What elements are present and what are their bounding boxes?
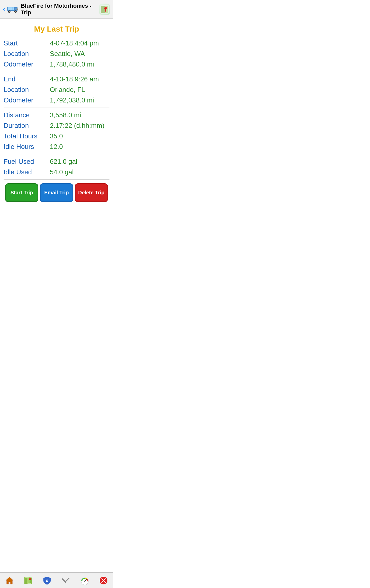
end-location-row: Location Orlando, FL: [4, 84, 109, 95]
header-map-button[interactable]: [99, 4, 110, 15]
distance-value: 3,558.0 mi: [50, 111, 109, 119]
start-location-row: Location Seattle, WA: [4, 49, 109, 59]
rv-icon: [7, 5, 19, 14]
idle-used-value: 54.0 gal: [50, 168, 109, 176]
start-odometer-row: Odometer 1,788,480.0 mi: [4, 59, 109, 70]
main-content: My Last Trip Start 4-07-18 4:04 pm Locat…: [0, 19, 113, 230]
start-odometer-value: 1,788,480.0 mi: [50, 60, 109, 68]
back-arrow[interactable]: ‹: [3, 6, 5, 13]
start-location-label: Location: [4, 50, 50, 58]
total-hours-value: 35.0: [50, 132, 109, 140]
idle-hours-value: 12.0: [50, 143, 109, 151]
end-section: End 4-10-18 9:26 am Location Orlando, FL…: [4, 72, 109, 108]
fuel-used-label: Fuel Used: [4, 158, 50, 166]
svg-point-12: [104, 7, 107, 10]
svg-rect-1: [8, 7, 12, 10]
duration-label: Duration: [4, 122, 50, 130]
stats-section: Distance 3,558.0 mi Duration 2.17:22 (d.…: [4, 108, 109, 154]
duration-row: Duration 2.17:22 (d.hh:mm): [4, 120, 109, 131]
start-row: Start 4-07-18 4:04 pm: [4, 38, 109, 49]
action-buttons: Start Trip Email Trip Delete Trip: [4, 180, 109, 205]
idle-used-label: Idle Used: [4, 168, 50, 176]
svg-point-7: [15, 11, 16, 12]
start-section: Start 4-07-18 4:04 pm Location Seattle, …: [4, 36, 109, 72]
start-label: Start: [4, 39, 50, 47]
end-row: End 4-10-18 9:26 am: [4, 74, 109, 84]
start-location-value: Seattle, WA: [50, 50, 109, 58]
idle-used-row: Idle Used 54.0 gal: [4, 167, 109, 177]
svg-rect-2: [13, 7, 15, 10]
header-left: ‹ BlueFire for Motorhomes - Trip: [3, 3, 99, 16]
idle-hours-row: Idle Hours 12.0: [4, 141, 109, 152]
end-value: 4-10-18 9:26 am: [50, 75, 109, 83]
end-location-value: Orlando, FL: [50, 86, 109, 94]
fuel-used-value: 621.0 gal: [50, 158, 109, 166]
section-title: My Last Trip: [4, 21, 109, 36]
end-odometer-label: Odometer: [4, 96, 50, 104]
start-trip-button[interactable]: Start Trip: [5, 183, 38, 202]
end-odometer-value: 1,792,038.0 mi: [50, 96, 109, 104]
end-odometer-row: Odometer 1,792,038.0 mi: [4, 95, 109, 106]
fuel-used-row: Fuel Used 621.0 gal: [4, 156, 109, 167]
duration-value: 2.17:22 (d.hh:mm): [50, 122, 109, 130]
total-hours-row: Total Hours 35.0: [4, 131, 109, 141]
distance-label: Distance: [4, 111, 50, 119]
app-header: ‹ BlueFire for Motorhomes - Trip: [0, 0, 113, 19]
svg-rect-3: [15, 8, 17, 10]
svg-rect-11: [101, 6, 105, 13]
distance-row: Distance 3,558.0 mi: [4, 110, 109, 120]
delete-trip-button[interactable]: Delete Trip: [75, 183, 108, 202]
start-value: 4-07-18 4:04 pm: [50, 39, 109, 47]
email-trip-button[interactable]: Email Trip: [40, 183, 73, 202]
total-hours-label: Total Hours: [4, 132, 50, 140]
end-label: End: [4, 75, 50, 83]
svg-point-5: [9, 11, 10, 12]
idle-hours-label: Idle Hours: [4, 143, 50, 151]
svg-rect-8: [17, 8, 18, 10]
fuel-section: Fuel Used 621.0 gal Idle Used 54.0 gal: [4, 154, 109, 180]
end-location-label: Location: [4, 86, 50, 94]
start-odometer-label: Odometer: [4, 60, 50, 68]
header-title: BlueFire for Motorhomes - Trip: [21, 3, 99, 16]
